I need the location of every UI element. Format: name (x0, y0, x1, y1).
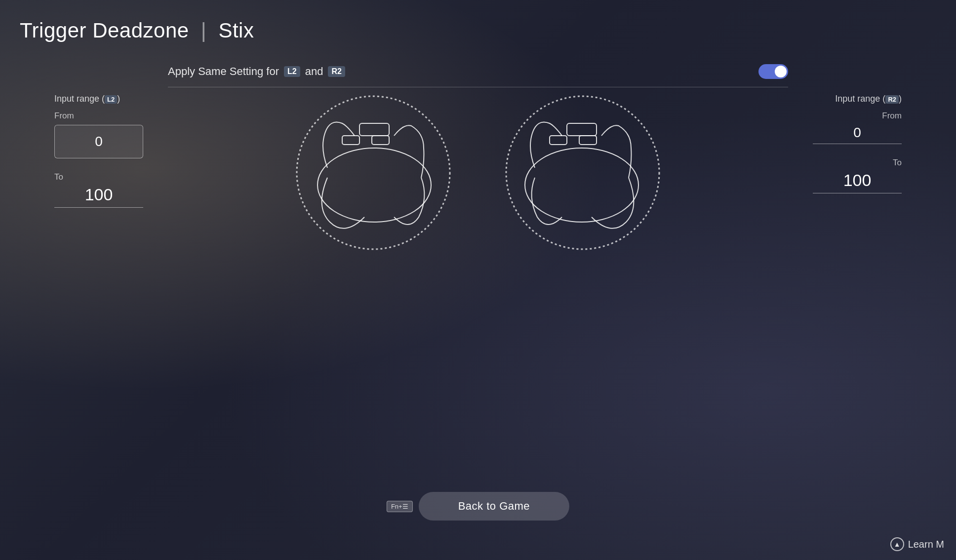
left-to-label: To (54, 172, 143, 182)
title-separator: | (201, 19, 206, 42)
right-from-value[interactable]: 0 (813, 125, 902, 144)
left-from-number: 0 (95, 134, 103, 149)
and-text: and (305, 65, 323, 78)
right-range-title: Input range (R2) (813, 94, 902, 104)
right-to-label: To (813, 158, 902, 168)
left-l2-badge: L2 (105, 95, 117, 104)
l2-badge: L2 (284, 66, 300, 77)
right-to-value[interactable]: 100 (813, 171, 902, 193)
right-from-number: 0 (853, 125, 861, 141)
left-input-range: Input range (L2) From 0 To 100 (54, 94, 143, 208)
title-main: Trigger Deadzone (20, 19, 189, 42)
page-title: Trigger Deadzone | Stix (20, 19, 254, 42)
right-input-range: Input range (R2) From 0 To 100 (813, 94, 902, 193)
toggle-knob (775, 66, 787, 77)
svg-rect-7 (567, 123, 597, 136)
left-from-label: From (54, 111, 143, 121)
svg-rect-8 (550, 136, 567, 145)
svg-point-0 (297, 96, 450, 249)
svg-point-6 (525, 148, 638, 222)
right-r2-badge: R2 (885, 95, 899, 104)
svg-rect-5 (372, 136, 389, 145)
learn-more-button[interactable]: ▲ Learn M (890, 537, 944, 551)
svg-rect-3 (359, 123, 389, 136)
left-range-title: Input range (L2) (54, 94, 143, 104)
fn-shortcut-badge: Fn+☰ (387, 501, 413, 512)
r2-badge: R2 (328, 66, 345, 77)
main-content: Apply Same Setting for L2 and R2 Input r… (0, 64, 956, 560)
title-sub: Stix (218, 19, 254, 42)
apply-same-toggle[interactable] (758, 64, 788, 79)
svg-rect-4 (342, 136, 359, 145)
controller-area (276, 84, 680, 261)
left-from-value[interactable]: 0 (54, 125, 143, 158)
apply-label-text: Apply Same Setting for (168, 65, 279, 78)
learn-icon: ▲ (890, 537, 904, 551)
learn-more-label: Learn M (908, 539, 944, 550)
svg-rect-9 (579, 136, 597, 145)
right-from-label: From (813, 111, 902, 121)
back-btn-label: Back to Game (458, 500, 530, 512)
apply-label: Apply Same Setting for L2 and R2 (168, 65, 345, 78)
controller-svg (276, 84, 680, 261)
svg-point-1 (506, 96, 659, 249)
back-to-game-button[interactable]: Back to Game (419, 492, 569, 521)
back-btn-container: Fn+☰ Back to Game (387, 492, 569, 521)
fn-shortcut-text: Fn+☰ (391, 503, 408, 510)
svg-point-2 (318, 148, 431, 222)
left-to-value[interactable]: 100 (54, 185, 143, 208)
